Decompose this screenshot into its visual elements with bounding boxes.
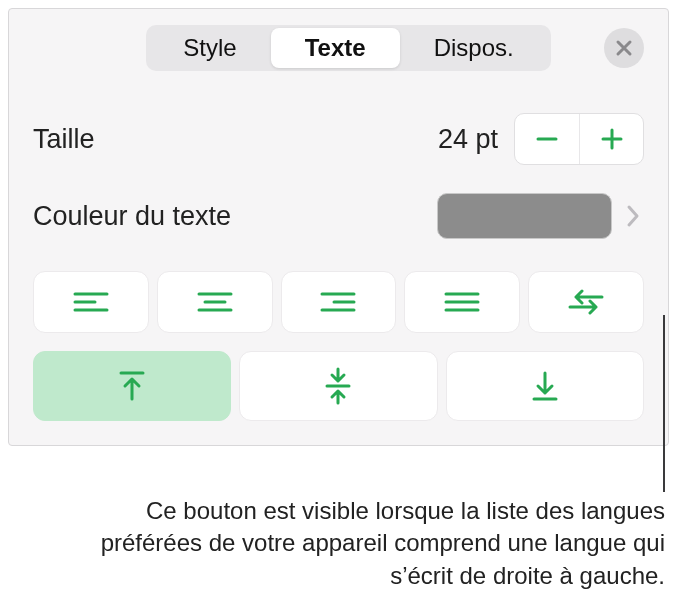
size-label: Taille: [33, 124, 95, 155]
tab-style[interactable]: Style: [149, 28, 270, 68]
callout-line: [663, 315, 665, 492]
text-color-disclosure[interactable]: [622, 200, 644, 232]
valign-middle-icon: [323, 367, 353, 405]
callout-caption: Ce bouton est visible lorsque la liste d…: [60, 495, 665, 592]
align-left-button[interactable]: [33, 271, 149, 333]
align-right-button[interactable]: [281, 271, 397, 333]
text-color-swatch[interactable]: [437, 193, 612, 239]
text-direction-button[interactable]: [528, 271, 644, 333]
horizontal-align-group: [33, 271, 644, 333]
close-button[interactable]: [604, 28, 644, 68]
format-panel: Style Texte Dispos. Taille 24 pt: [8, 8, 669, 446]
valign-top-button[interactable]: [33, 351, 231, 421]
plus-icon: [599, 126, 625, 152]
align-left-icon: [73, 290, 109, 314]
valign-middle-button[interactable]: [239, 351, 437, 421]
align-justify-icon: [444, 290, 480, 314]
valign-bottom-icon: [530, 369, 560, 403]
tabs-row: Style Texte Dispos.: [33, 25, 644, 71]
valign-top-icon: [117, 369, 147, 403]
size-decrease-button[interactable]: [515, 114, 579, 164]
valign-bottom-button[interactable]: [446, 351, 644, 421]
tab-dispos[interactable]: Dispos.: [400, 28, 548, 68]
align-right-icon: [320, 290, 356, 314]
chevron-right-icon: [626, 204, 640, 228]
align-center-button[interactable]: [157, 271, 273, 333]
text-color-row: Couleur du texte: [33, 179, 644, 253]
size-stepper: [514, 113, 644, 165]
size-increase-button[interactable]: [579, 114, 643, 164]
size-value: 24 pt: [438, 124, 498, 155]
align-justify-button[interactable]: [404, 271, 520, 333]
inspector-tabs: Style Texte Dispos.: [146, 25, 550, 71]
tab-texte[interactable]: Texte: [271, 28, 400, 68]
text-color-label: Couleur du texte: [33, 201, 231, 232]
minus-icon: [534, 126, 560, 152]
close-icon: [615, 39, 633, 57]
text-direction-rtl-icon: [566, 289, 606, 315]
vertical-align-group: [33, 351, 644, 421]
align-center-icon: [197, 290, 233, 314]
size-row: Taille 24 pt: [33, 99, 644, 179]
